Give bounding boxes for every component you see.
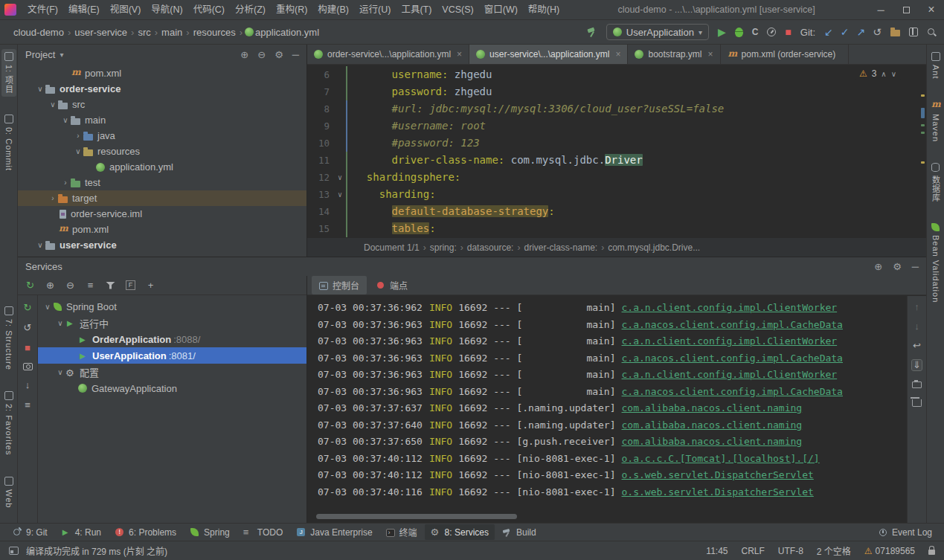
hide-panel-icon[interactable]: ─ [912,261,919,272]
locate-file-icon[interactable]: ⊕ [240,49,248,60]
logger-link[interactable]: com.alibaba.nacos.client.naming [622,402,803,413]
tree-chevron-icon[interactable]: ∨ [48,100,58,109]
tree-chevron-icon[interactable]: › [73,132,83,140]
project-tree-item[interactable]: › target [18,190,306,206]
breadcrumb-item[interactable]: datasource: [466,242,516,253]
hide-panel-icon[interactable]: ─ [292,49,299,60]
scroll-down-icon[interactable]: ↓ [912,321,922,332]
menu-item[interactable]: 重构(R) [271,0,312,19]
editor-body[interactable]: 6 username: zhgedu 7 password: zhgedu [307,65,926,237]
console-output[interactable]: 07-03 00:37:36:962INFO16692 --- [ main]c… [307,295,926,523]
settings-icon[interactable]: ⚙ [893,261,902,272]
run-button[interactable]: ▶ [718,27,726,37]
project-tree-item[interactable]: pom.xml [18,65,306,81]
soft-wrap-icon[interactable]: ↩ [912,341,922,351]
service-tree-item[interactable]: ∨ 运行中 [38,315,306,331]
tool-window-button[interactable]: TODO [237,524,289,540]
tree-chevron-icon[interactable]: ∨ [35,85,45,93]
editor-tab[interactable]: user-service\...\application.yml × [469,45,628,64]
menu-item[interactable]: VCS(S) [437,0,478,19]
tree-chevron-icon[interactable]: › [60,178,71,187]
console-tab[interactable]: 端点 [368,276,415,295]
encoding-indicator[interactable]: UTF-8 [778,546,803,556]
tool-window-button[interactable]: Java Enterprise [290,524,378,540]
memory-indicator[interactable]: ⚠ 07189565 [864,546,915,556]
tree-chevron-icon[interactable]: ∨ [73,147,83,155]
indent-indicator[interactable]: 2 个空格 [817,544,851,557]
logger-link[interactable]: com.alibaba.nacos.client.naming [622,436,803,447]
breadcrumb-item[interactable]: user-service [73,27,129,38]
project-view-select[interactable]: Project [25,49,55,60]
logger-link[interactable]: c.a.nacos.client.config.impl.CacheData [622,353,843,364]
tool-window-button[interactable]: 9: Git [6,524,54,540]
stop-icon[interactable]: ■ [23,343,33,353]
service-tree-item[interactable]: ∨ Spring Boot [38,298,306,315]
console-tab[interactable]: 控制台 [312,276,367,295]
event-log-button[interactable]: Event Log [873,526,938,539]
update-project-icon[interactable]: ↙ [824,27,833,37]
tool-window-button[interactable]: Build [496,524,542,540]
toolwindow-toggle-icon[interactable] [9,547,19,555]
logger-link[interactable]: o.a.c.c.C.[Tomcat].[localhost].[/] [622,453,820,464]
dump-threads-icon[interactable]: ↓ [23,380,33,390]
fold-icon[interactable] [334,83,346,100]
project-tree-item[interactable]: ∨ order-service [18,81,306,97]
next-problem-icon[interactable]: ∨ [891,70,896,78]
rerun-icon[interactable]: ↻ [23,303,33,313]
project-tree-item[interactable]: › java [18,128,306,144]
breadcrumb-item[interactable]: main [160,27,184,38]
tool-window-stripe-button[interactable]: 2: Favorites [3,388,15,458]
logger-link[interactable]: c.a.n.client.config.impl.ClientWorker [622,335,838,347]
menu-item[interactable]: 窗口(W) [479,0,523,19]
project-tree-item[interactable]: ∨ src [18,97,306,112]
tool-window-stripe-button[interactable]: Ant [930,49,942,83]
layout-icon[interactable] [909,28,918,36]
collapse-all-icon[interactable]: ⊖ [257,49,266,60]
minimize-button[interactable]: ─ [868,0,893,19]
fold-icon[interactable] [334,220,346,237]
fold-icon[interactable] [334,152,346,169]
menu-item[interactable]: 导航(N) [146,0,187,19]
menu-item[interactable]: 工具(T) [396,0,437,19]
menu-item[interactable]: 视图(V) [105,0,147,19]
close-button[interactable]: × [919,0,944,19]
prev-problem-icon[interactable]: ∧ [881,70,886,78]
tool-window-button[interactable]: 终端 [380,524,423,540]
fold-icon[interactable] [334,100,346,118]
status-message[interactable]: 编译成功完成 in 729 ms (片刻 之前) [26,544,167,557]
profiler-button[interactable] [767,28,776,36]
breadcrumb-item[interactable]: cloud-demo [12,27,65,38]
inspection-widget[interactable]: ⚠ 3 ∧ ∨ [855,68,901,80]
close-tab-icon[interactable]: × [708,49,713,59]
editor-tab[interactable]: order-service\...\application.yml × [307,45,469,64]
tool-window-stripe-button[interactable]: Web [3,474,15,511]
breadcrumb-item[interactable]: resources [192,27,237,38]
breadcrumb-item[interactable]: application.yml [254,27,321,38]
project-tree-item[interactable]: › test [18,175,306,190]
build-project-icon[interactable] [587,27,597,37]
fold-icon[interactable] [334,66,346,83]
run-configuration-select[interactable]: UserApplication ▾ [606,24,709,40]
logger-link[interactable]: com.alibaba.nacos.client.naming [622,419,803,431]
menu-item[interactable]: 分析(Z) [230,0,271,19]
editor-tab[interactable]: bootstrap.yml × [628,45,720,64]
commit-icon[interactable]: ✓ [841,27,850,37]
services-tree[interactable]: ∨ Spring Boot ∨ 运行中 [38,295,306,523]
tool-window-button[interactable]: 8: Services [425,524,495,540]
breadcrumb-item[interactable]: driver-class-name: [522,242,599,253]
project-tree[interactable]: pom.xml ∨ order-service ∨ src ∨ [18,64,306,257]
screenshot-icon[interactable] [23,363,33,370]
logger-link[interactable]: c.a.nacos.client.config.impl.CacheData [622,319,843,330]
push-icon[interactable]: ↗ [857,27,866,37]
tool-window-stripe-button[interactable]: 0: Commit [3,112,15,174]
fold-icon[interactable]: ∨ [334,186,346,203]
clear-all-icon[interactable] [912,399,922,407]
tool-window-button[interactable]: Spring [184,524,236,540]
menu-item[interactable]: 文件(F) [22,0,63,19]
line-separator-indicator[interactable]: CRLF [741,546,764,556]
expand-all-icon[interactable]: ⊕ [45,280,55,291]
coverage-button[interactable]: C [752,27,759,37]
tree-chevron-icon[interactable]: ∨ [55,368,65,376]
tree-chevron-icon[interactable]: ∨ [35,241,45,249]
close-tab-icon[interactable]: × [457,49,462,59]
